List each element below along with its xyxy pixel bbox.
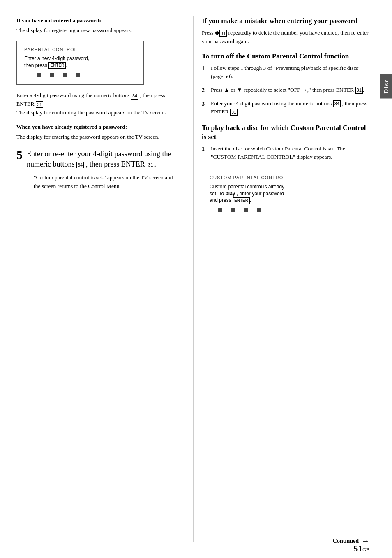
turn-off-step-3: 3 Enter your 4-digit password using the … [202, 100, 371, 116]
step3-button-34: 34 [333, 100, 341, 107]
parental-control-title: PARENTAL CONTROL [24, 47, 136, 52]
playback-step-1: 1 Insert the disc for which Custom Paren… [202, 145, 371, 162]
password-dot-row [37, 73, 136, 77]
disc-side-tab: Disc [380, 74, 392, 99]
mistake-button-31: 31 [219, 30, 227, 37]
step-5-subtext: "Custom parental control is set." appear… [34, 174, 177, 190]
custom-password-dot-row [218, 208, 334, 212]
step-2-text: Press ▲ or ▼ repeatedly to select "OFF →… [211, 86, 364, 94]
custom-parental-title: CUSTOM PARENTAL CONTROL [210, 175, 334, 180]
turn-off-heading: To turn off the Custom Parental Control … [202, 52, 371, 61]
turn-off-step-1: 1 Follow steps 1 through 3 of "Preventin… [202, 64, 371, 81]
column-divider [193, 16, 194, 542]
already-registered-section: When you have already registered a passw… [16, 123, 177, 141]
password-dot-1 [37, 73, 41, 77]
step-5-text: Enter or re-enter your 4-digit password … [27, 149, 177, 169]
mistake-text: Press ◆31 repeatedly to delete the numbe… [202, 29, 371, 46]
custom-dot-2 [231, 208, 235, 212]
custom-enter-label: ENTER [233, 197, 250, 204]
no-password-section: If you have not entered a password: The … [16, 16, 177, 35]
password-dot-4 [76, 73, 80, 77]
turn-off-section: To turn off the Custom Parental Control … [202, 52, 371, 116]
password-dot-2 [50, 73, 54, 77]
playback-steps-list: 1 Insert the disc for which Custom Paren… [202, 145, 371, 162]
playback-heading: To play back a disc for which Custom Par… [202, 123, 371, 141]
step-5-number: 5 [16, 149, 23, 161]
step-num-1: 1 [202, 64, 208, 73]
step2-button-31: 31 [355, 87, 363, 93]
parental-control-screen: PARENTAL CONTROL Enter a new 4-digit pas… [16, 41, 144, 85]
custom-parental-instruction: Custom parental control is already set. … [210, 183, 334, 204]
step-num-3: 3 [202, 100, 208, 108]
enter-instructions: Enter a 4-digit password using the numer… [16, 91, 177, 117]
right-column: If you make a mistake when entering your… [198, 16, 371, 542]
step5-button-34: 34 [76, 162, 84, 168]
page-suffix: GB [362, 547, 369, 553]
custom-parental-screen: CUSTOM PARENTAL CONTROL Custom parental … [202, 169, 341, 220]
parental-control-instruction: Enter a new 4-digit password, then press… [24, 55, 136, 69]
already-registered-text: The display for entering the password ap… [16, 133, 177, 141]
playback-step-1-text: Insert the disc for which Custom Parenta… [211, 145, 371, 162]
password-dot-3 [63, 73, 67, 77]
custom-dot-1 [218, 208, 222, 212]
step-1-text: Follow steps 1 through 3 of "Preventing … [211, 64, 371, 81]
playback-section: To play back a disc for which Custom Par… [202, 123, 371, 220]
page-number-area: 51GB [353, 543, 369, 554]
no-password-heading: If you have not entered a password: [16, 16, 177, 25]
button-34-ref: 34 [131, 93, 138, 99]
custom-dot-3 [244, 208, 248, 212]
enter-key-label: ENTER [48, 62, 66, 69]
already-registered-heading: When you have already registered a passw… [16, 123, 177, 132]
custom-dot-4 [257, 208, 261, 212]
turn-off-step-2: 2 Press ▲ or ▼ repeatedly to select "OFF… [202, 86, 371, 95]
step-5-container: 5 Enter or re-enter your 4-digit passwor… [16, 149, 177, 169]
mistake-section: If you make a mistake when entering your… [202, 16, 371, 46]
left-column: If you have not entered a password: The … [16, 16, 189, 542]
no-password-text: The display for registering a new passwo… [16, 26, 177, 35]
mistake-heading: If you make a mistake when entering your… [202, 16, 371, 25]
button-31-ref: 31 [36, 101, 43, 108]
turn-off-steps-list: 1 Follow steps 1 through 3 of "Preventin… [202, 64, 371, 116]
step-num-2: 2 [202, 86, 208, 95]
step-3-text: Enter your 4-digit password using the nu… [211, 100, 371, 116]
playback-step-num-1: 1 [202, 145, 208, 153]
step5-button-31: 31 [147, 162, 154, 168]
step3-button-31: 31 [230, 109, 238, 116]
page-number: 51 [353, 543, 362, 554]
